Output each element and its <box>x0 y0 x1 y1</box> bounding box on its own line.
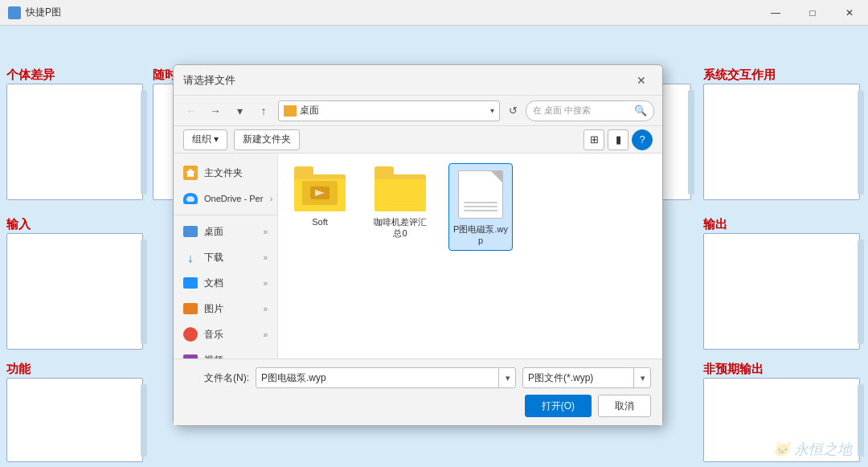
filename-dropdown-button[interactable]: ▾ <box>498 367 516 388</box>
view-controls: ⊞ ▮ ? <box>583 129 653 150</box>
desktop-pin-icon: » <box>263 227 268 236</box>
bg-box-output <box>703 233 860 350</box>
doc-icon-pdoc <box>458 167 503 219</box>
maximize-button[interactable]: □ <box>794 0 831 26</box>
footer-filename-input-wrap: ▾ <box>256 367 516 388</box>
view-icon-button[interactable]: ⊞ <box>583 129 604 150</box>
sidebar-desktop-label: 桌面 <box>204 225 223 239</box>
titlebar-controls: — □ ✕ <box>757 0 868 26</box>
minimize-button[interactable]: — <box>757 0 794 26</box>
search-bar[interactable]: 在 桌面 中搜索 🔍 <box>526 100 654 121</box>
address-dropdown-icon[interactable]: ▾ <box>490 106 494 115</box>
sidebar-pictures-label: 图片 <box>204 302 223 316</box>
address-bar[interactable]: 桌面 ▾ <box>278 100 500 121</box>
music-icon <box>183 327 198 342</box>
sidebar-downloads-label: 下载 <box>204 251 223 264</box>
view-pane-button[interactable]: ▮ <box>608 129 628 150</box>
file-label-coffee: 咖啡机差评汇总0 <box>371 216 429 240</box>
sidebar-item-music[interactable]: 音乐 » <box>174 322 277 347</box>
sidebar-item-videos[interactable]: 视频 » <box>174 347 277 358</box>
scroll-output[interactable] <box>858 240 864 344</box>
help-button[interactable]: ? <box>632 129 653 150</box>
desktop-icon <box>183 226 198 237</box>
sidebar-documents-label: 文档 <box>204 277 223 290</box>
footer-buttons: 打开(O) 取消 <box>185 395 651 417</box>
close-button[interactable]: ✕ <box>831 0 868 26</box>
footer-filename-label: 文件名(N): <box>185 371 249 385</box>
footer-filename-row: 文件名(N): ▾ ▾ <box>185 367 651 388</box>
dialog-close-button[interactable]: ✕ <box>630 69 653 92</box>
sidebar-home-label: 主文件夹 <box>204 166 243 180</box>
pictures-icon <box>183 303 198 314</box>
folder-icon-coffee <box>375 166 426 211</box>
sidebar-item-downloads[interactable]: ↓ 下载 » <box>174 244 277 270</box>
nav-back-button[interactable]: ← <box>182 101 201 121</box>
address-refresh-button[interactable]: ↺ <box>505 101 521 121</box>
sidebar-music-label: 音乐 <box>204 328 223 342</box>
bg-box-indiv <box>6 84 143 200</box>
sidebar-item-documents[interactable]: 文档 » <box>174 270 277 296</box>
app-title: 快捷P图 <box>26 6 61 19</box>
file-label-pdoc: P图电磁泵.wyp <box>452 223 509 247</box>
folder-icon-soft <box>294 166 346 211</box>
address-text: 桌面 <box>300 104 487 117</box>
dialog-titlebar: 请选择文件 ✕ <box>174 65 662 96</box>
watermark: 🐱 永恒之地 <box>772 440 852 459</box>
label-indiv: 个体差异 <box>6 68 55 83</box>
dialog-title: 请选择文件 <box>183 73 630 88</box>
scroll-indiv[interactable] <box>141 90 147 195</box>
file-item-soft[interactable]: Soft <box>288 163 352 231</box>
label-unexpected: 非预期输出 <box>703 362 764 377</box>
file-item-coffee[interactable]: 咖啡机差评汇总0 <box>368 163 432 243</box>
address-folder-icon <box>284 105 297 117</box>
sidebar-item-home[interactable]: 主文件夹 <box>174 160 277 186</box>
documents-icon <box>183 277 198 289</box>
scroll-input[interactable] <box>141 240 147 344</box>
file-item-pdoc[interactable]: P图电磁泵.wyp <box>448 163 513 251</box>
svg-marker-0 <box>186 169 195 177</box>
footer-filetype-input[interactable] <box>522 367 651 388</box>
sidebar-item-pictures[interactable]: 图片 » <box>174 296 277 322</box>
sidebar-divider <box>174 215 277 215</box>
scroll-env[interactable] <box>688 90 694 195</box>
bg-box-sys <box>703 84 860 200</box>
sidebar-onedrive-label: OneDrive - Per <box>204 194 263 203</box>
nav-forward-button[interactable]: → <box>206 101 225 121</box>
footer-filename-input[interactable] <box>256 367 516 388</box>
home-icon <box>183 166 198 180</box>
titlebar: 快捷P图 — □ ✕ <box>0 0 868 26</box>
svg-point-1 <box>186 196 194 202</box>
dialog-nav-toolbar: ← → ▾ ↑ 桌面 ▾ ↺ 在 桌面 中搜索 🔍 <box>174 96 662 126</box>
new-folder-button[interactable]: 新建文件夹 <box>234 129 300 150</box>
scroll-func[interactable] <box>141 384 147 457</box>
cancel-button[interactable]: 取消 <box>598 395 651 417</box>
organize-button[interactable]: 组织 ▾ <box>183 129 227 150</box>
dialog-sidebar: 主文件夹 OneDrive - Per › 桌面 » ↓ <box>174 154 278 358</box>
label-input: 输入 <box>6 217 31 232</box>
downloads-pin-icon: » <box>263 253 268 262</box>
sidebar-item-onedrive[interactable]: OneDrive - Per › <box>174 186 277 211</box>
scroll-sys[interactable] <box>858 90 864 195</box>
footer-filetype-wrap: ▾ <box>522 367 651 388</box>
label-sys: 系统交互作用 <box>703 68 776 83</box>
filetype-dropdown-button[interactable]: ▾ <box>633 367 651 388</box>
onedrive-icon <box>183 193 198 204</box>
search-icon[interactable]: 🔍 <box>634 104 647 117</box>
main-area: 个体差异 随时间的化变 用户使用行为 外部环境 系统交互作用 输入 输出 功能 … <box>0 26 868 467</box>
nav-dropdown-button[interactable]: ▾ <box>230 101 249 121</box>
search-placeholder: 在 桌面 中搜索 <box>533 104 631 117</box>
onedrive-expand-icon: › <box>270 195 272 203</box>
documents-pin-icon: » <box>263 279 268 288</box>
file-dialog: 请选择文件 ✕ ← → ▾ ↑ 桌面 ▾ ↺ 在 桌面 中搜索 🔍 组织 ▾ 新… <box>173 64 663 426</box>
scroll-unexp[interactable] <box>858 384 864 457</box>
dialog-actions: 组织 ▾ 新建文件夹 ⊞ ▮ ? <box>174 126 662 154</box>
music-pin-icon: » <box>263 330 268 339</box>
pictures-pin-icon: » <box>263 305 268 313</box>
bg-box-input <box>6 233 143 350</box>
sidebar-item-desktop[interactable]: 桌面 » <box>174 219 277 244</box>
nav-up-button[interactable]: ↑ <box>254 101 273 121</box>
label-func: 功能 <box>6 362 31 377</box>
file-area: Soft 咖啡机差评汇总0 <box>278 154 662 358</box>
file-label-soft: Soft <box>312 216 328 227</box>
open-button[interactable]: 打开(O) <box>525 395 592 417</box>
